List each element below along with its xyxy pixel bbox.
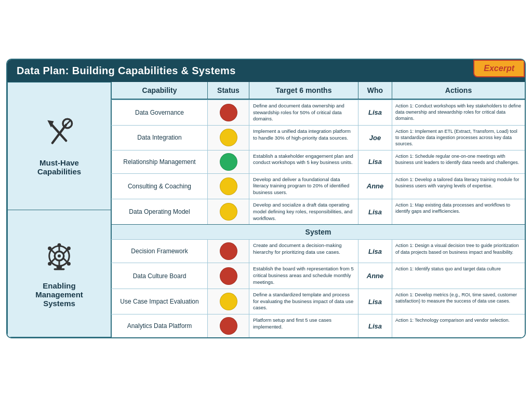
cell-actions: Action 1: Develop a tailored data litera… <box>392 174 525 199</box>
cell-actions: Action 1: Conduct workshops with key sta… <box>392 100 525 125</box>
cell-capability: Data Integration <box>111 126 207 149</box>
yellow-status-circle <box>220 293 237 310</box>
cell-who: Lisa <box>358 289 392 314</box>
cell-actions: Action 1: Implement an ETL (Extract, Tra… <box>392 126 525 149</box>
cell-status <box>207 314 249 337</box>
yellow-status-circle <box>220 203 237 221</box>
cell-status <box>207 263 249 288</box>
cell-capability: Consulting & Coaching <box>111 174 207 199</box>
cell-status <box>207 126 249 149</box>
cell-who: Lisa <box>358 100 392 125</box>
header-actions: Actions <box>392 82 525 99</box>
main-container: Data Plan: Building Capabilities & Syste… <box>6 59 526 339</box>
cell-target: Implement a unified data integration pla… <box>249 126 358 149</box>
cell-status <box>207 240 249 263</box>
must-have-rows: Data GovernanceDefine and document data … <box>111 100 525 225</box>
svg-point-18 <box>48 262 51 266</box>
page-title: Data Plan: Building Capabilities & Syste… <box>17 65 236 76</box>
cell-actions: Action 1: Develop metrics (e.g., ROI, ti… <box>392 289 525 314</box>
cell-who: Lisa <box>358 240 392 263</box>
cell-capability: Data Governance <box>111 100 207 125</box>
cell-who: Lisa <box>358 314 392 337</box>
cell-target: Establish a stakeholder engagement plan … <box>249 150 358 173</box>
svg-rect-20 <box>57 266 62 268</box>
cell-who: Lisa <box>358 150 392 173</box>
svg-point-6 <box>58 255 61 258</box>
cell-target: Develop and deliver a foundational data … <box>249 174 358 199</box>
table-row: Relationship ManagementEstablish a stake… <box>111 150 525 173</box>
header-status: Status <box>207 82 249 99</box>
red-status-circle <box>220 267 237 285</box>
red-status-circle <box>220 317 237 335</box>
cell-status <box>207 199 249 224</box>
title-bar: Data Plan: Building Capabilities & Syste… <box>7 60 525 82</box>
excerpt-badge: Excerpt <box>473 60 525 77</box>
header-who: Who <box>358 82 392 99</box>
table-row: Data Culture BoardEstablish the board wi… <box>111 263 525 288</box>
cell-capability: Data Operating Model <box>111 199 207 224</box>
cell-actions: Action 1: Schedule regular one-on-one me… <box>392 150 525 173</box>
cell-actions: Action 1: Identify status quo and target… <box>392 263 525 288</box>
cell-capability: Analytics Data Platform <box>111 314 207 337</box>
svg-point-17 <box>67 262 71 266</box>
red-status-circle <box>220 242 237 260</box>
cell-target: Define and document data ownership and s… <box>249 100 358 125</box>
cell-status <box>207 289 249 314</box>
cell-target: Platform setup and first 5 use cases imp… <box>249 314 358 337</box>
svg-point-19 <box>67 247 71 250</box>
yellow-status-circle <box>220 129 237 146</box>
cell-capability: Data Culture Board <box>111 263 207 288</box>
header-capability: Capability <box>111 82 207 99</box>
main-table: Capability Status Target 6 months Who Ac… <box>111 82 525 338</box>
table-row: Data Operating ModelDevelop and socializ… <box>111 199 525 224</box>
cell-target: Establish the board with representation … <box>249 263 358 288</box>
table-row: Data IntegrationImplement a unified data… <box>111 125 525 149</box>
cell-capability: Relationship Management <box>111 150 207 173</box>
cell-who: Lisa <box>358 199 392 224</box>
tools-icon <box>41 116 77 154</box>
cell-capability: Use Case Impact Evaluation <box>111 289 207 314</box>
must-have-label: Must-Have Capabilities <box>37 158 81 176</box>
cell-target: Develop and socialize a draft data opera… <box>249 199 358 224</box>
cell-status <box>207 100 249 125</box>
cell-who: Anne <box>358 174 392 199</box>
yellow-status-circle <box>220 177 237 195</box>
table-row: Data GovernanceDefine and document data … <box>111 100 525 125</box>
cell-status <box>207 174 249 199</box>
cell-actions: Action 1: Technology comparison and vend… <box>392 314 525 337</box>
left-panel: Must-Have Capabilities <box>7 82 111 338</box>
cell-who: Joe <box>358 126 392 149</box>
cell-actions: Action 1: Design a visual decision tree … <box>392 240 525 263</box>
system-section-header: System <box>111 224 525 239</box>
cell-target: Create and document a decision-making hi… <box>249 240 358 263</box>
content-area: Must-Have Capabilities <box>7 82 525 338</box>
enabling-rows: Decision FrameworkCreate and document a … <box>111 239 525 337</box>
svg-point-14 <box>58 243 61 247</box>
cell-capability: Decision Framework <box>111 240 207 263</box>
green-status-circle <box>220 153 237 171</box>
cell-actions: Action 1: Map existing data processes an… <box>392 199 525 224</box>
svg-line-2 <box>64 120 71 127</box>
cell-who: Anne <box>358 263 392 288</box>
table-row: Consulting & CoachingDevelop and deliver… <box>111 173 525 199</box>
table-header: Capability Status Target 6 months Who Ac… <box>111 82 525 100</box>
enabling-label: Enabling Management Systems <box>35 281 83 308</box>
cell-target: Define a standardized template and proce… <box>249 289 358 314</box>
table-row: Use Case Impact EvaluationDefine a stand… <box>111 289 525 314</box>
svg-point-16 <box>48 247 51 250</box>
svg-rect-21 <box>54 268 65 270</box>
table-row: Analytics Data PlatformPlatform setup an… <box>111 314 525 337</box>
enabling-section: Enabling Management Systems <box>7 210 111 338</box>
table-row: Decision FrameworkCreate and document a … <box>111 239 525 263</box>
header-target: Target 6 months <box>249 82 358 99</box>
must-have-section: Must-Have Capabilities <box>7 82 111 210</box>
helm-icon <box>41 239 77 277</box>
cell-status <box>207 150 249 173</box>
red-status-circle <box>220 104 237 121</box>
